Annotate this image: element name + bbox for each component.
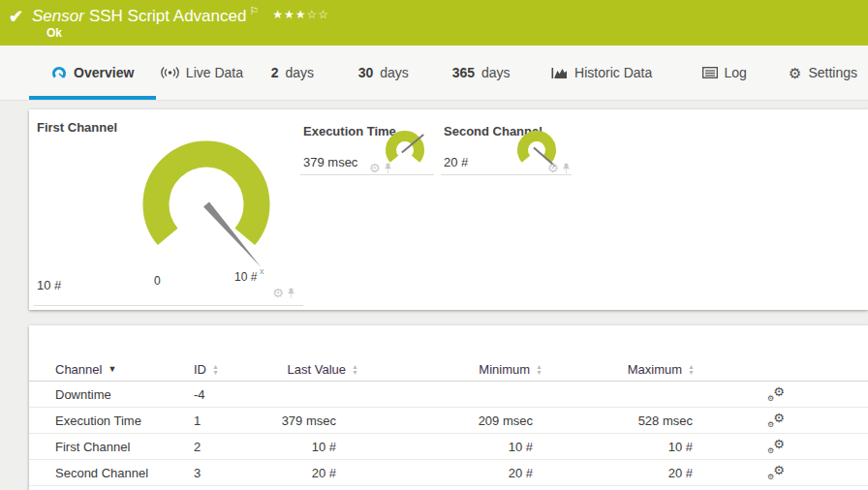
tab-bar: Overview Live Data 2 days 30 days 365 da…: [0, 46, 868, 101]
gauge-last-value: 20 #: [444, 155, 468, 169]
cell-channel: Second Channel: [55, 466, 194, 480]
gauge-last-value: 10 #: [37, 278, 61, 292]
pin-icon[interactable]: [562, 163, 571, 174]
tab-live-data[interactable]: Live Data: [156, 46, 247, 100]
channel-settings-icon[interactable]: ⚙⚙: [767, 439, 785, 454]
tab-live-data-label: Live Data: [186, 65, 243, 80]
gear-icon: ⚙: [789, 66, 801, 80]
gauges-panel: First Channel x 0 10 # 10 # ⚙ Execution …: [29, 109, 868, 310]
pin-icon[interactable]: [287, 288, 295, 299]
gauge-last-value: 379 msec: [303, 155, 357, 169]
broadcast-icon: [161, 66, 179, 79]
tab-365-days-label: days: [481, 65, 511, 80]
gauge-scale-max: 10 #: [234, 270, 257, 284]
tile-actions: ⚙: [272, 287, 295, 299]
channel-settings-icon[interactable]: ⚙⚙: [767, 413, 785, 428]
channel-settings-icon[interactable]: ⚙⚙: [767, 465, 785, 480]
cell-id: 2: [194, 440, 242, 454]
priority-stars[interactable]: ★★★☆☆: [272, 8, 329, 21]
table-row-first-channel: First Channel 2 10 # 10 # 10 # ⚙⚙: [29, 434, 868, 460]
sort-both-icon: ▲▼: [352, 364, 358, 376]
sort-both-icon: ▲▼: [212, 364, 219, 376]
tab-365-days[interactable]: 365 days: [429, 46, 533, 100]
gauge-tile-second-channel: Second Channel 20 # ⚙: [441, 121, 572, 175]
gauge-tile-execution-time: Execution Time 379 msec ⚙: [300, 121, 434, 175]
cell-minimum: 20 #: [358, 466, 542, 480]
column-header-minimum-label: Minimum: [479, 362, 530, 377]
object-type-label: Sensor: [32, 7, 84, 25]
tab-log-label: Log: [725, 65, 747, 80]
channel-table: Channel ▼ ID ▲▼ Last Value ▲▼ Minimum ▲▼…: [29, 358, 868, 486]
gauge-icon: [51, 65, 67, 80]
status-badge: Ok: [46, 26, 62, 40]
tab-log[interactable]: Log: [670, 46, 778, 100]
cell-id: 3: [194, 466, 242, 480]
channel-table-panel: Channel ▼ ID ▲▼ Last Value ▲▼ Minimum ▲▼…: [29, 325, 868, 490]
table-row-second-channel: Second Channel 3 20 # 20 # 20 # ⚙⚙: [29, 460, 868, 486]
cell-maximum: 528 msec: [542, 413, 695, 428]
column-header-maximum-label: Maximum: [628, 362, 682, 377]
page-content: First Channel x 0 10 # 10 # ⚙ Execution …: [0, 101, 868, 490]
cell-minimum: 10 #: [358, 440, 542, 454]
column-header-id[interactable]: ID ▲▼: [194, 362, 219, 377]
needle-marker: x: [260, 266, 264, 276]
tab-overview-label: Overview: [74, 65, 134, 80]
area-chart-icon: [551, 67, 568, 79]
column-header-channel[interactable]: Channel ▼: [55, 362, 116, 377]
tab-30-days-number: 30: [358, 65, 374, 80]
cell-maximum: 10 #: [542, 440, 695, 454]
sort-both-icon: ▲▼: [688, 364, 695, 376]
cell-channel: Downtime: [55, 387, 194, 402]
table-header-row: Channel ▼ ID ▲▼ Last Value ▲▼ Minimum ▲▼…: [29, 358, 868, 382]
table-row-downtime: Downtime -4 ⚙⚙: [29, 382, 868, 408]
tile-actions: ⚙: [369, 162, 392, 174]
cell-minimum: 209 msec: [358, 413, 542, 428]
cell-maximum: 20 #: [542, 466, 695, 480]
column-header-maximum[interactable]: Maximum ▲▼: [628, 362, 695, 377]
tab-settings[interactable]: ⚙ Settings: [778, 46, 868, 100]
column-header-last-value[interactable]: Last Value ▲▼: [288, 362, 358, 377]
gauge-settings-gear-icon[interactable]: ⚙: [547, 162, 559, 174]
priority-flag-icon[interactable]: ⚐: [249, 5, 259, 16]
gauge-tile-first-channel: First Channel x 0 10 # 10 # ⚙: [34, 117, 303, 306]
gauge-scale-min: 0: [154, 274, 161, 288]
status-ok-check-icon: ✔: [9, 6, 23, 27]
first-channel-gauge: x: [134, 132, 279, 277]
tile-actions: ⚙: [547, 162, 571, 174]
tab-overview[interactable]: Overview: [29, 46, 156, 100]
column-header-id-label: ID: [194, 362, 206, 377]
sensor-title-line: SensorSSH Script Advanced⚐★★★☆☆: [32, 5, 329, 26]
cell-id: 1: [194, 413, 242, 428]
column-header-channel-label: Channel: [55, 362, 102, 377]
gauge-title: First Channel: [37, 120, 117, 135]
pin-icon[interactable]: [384, 163, 392, 174]
page-title: SSH Script Advanced: [89, 7, 247, 25]
cell-last-value: 10 #: [242, 440, 358, 454]
cell-last-value: 379 msec: [242, 413, 358, 428]
tab-365-days-number: 365: [452, 65, 475, 80]
tab-30-days[interactable]: 30 days: [337, 46, 429, 100]
cell-last-value: 20 #: [242, 466, 358, 480]
log-list-icon: [702, 67, 718, 78]
tab-historic-data[interactable]: Historic Data: [533, 46, 670, 100]
column-header-minimum[interactable]: Minimum ▲▼: [479, 362, 542, 377]
sensor-status-header: ✔ SensorSSH Script Advanced⚐★★★☆☆ Ok: [0, 0, 868, 46]
table-row-execution-time: Execution Time 1 379 msec 209 msec 528 m…: [29, 408, 868, 434]
cell-channel: First Channel: [55, 440, 194, 454]
column-header-last-value-label: Last Value: [288, 362, 346, 377]
gauge-settings-gear-icon[interactable]: ⚙: [369, 162, 381, 174]
channel-settings-icon[interactable]: ⚙⚙: [767, 386, 785, 402]
sort-desc-icon: ▼: [108, 365, 116, 374]
cell-channel: Execution Time: [55, 413, 194, 428]
tab-historic-data-label: Historic Data: [574, 65, 652, 80]
tab-2-days-label: days: [285, 65, 314, 80]
sort-both-icon: ▲▼: [536, 364, 542, 376]
tab-30-days-label: days: [380, 65, 409, 80]
tab-settings-label: Settings: [808, 65, 857, 80]
tab-2-days[interactable]: 2 days: [247, 46, 337, 100]
cell-id: -4: [194, 387, 242, 402]
tab-2-days-number: 2: [271, 65, 279, 80]
gauge-settings-gear-icon[interactable]: ⚙: [272, 287, 284, 299]
